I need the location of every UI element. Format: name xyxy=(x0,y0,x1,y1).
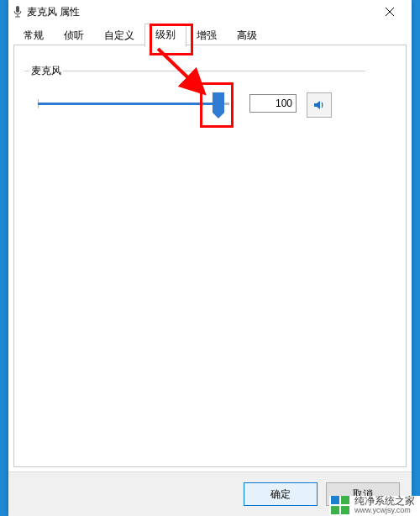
microphone-properties-dialog: 麦克风 属性 常规 侦听 自定义 级别 增强 高级 麦克风 xyxy=(8,0,412,516)
volume-value-input[interactable] xyxy=(249,94,297,113)
ok-button[interactable]: 确定 xyxy=(244,482,318,506)
watermark-url: www.ycwjsy.com xyxy=(354,506,415,514)
watermark-logo-icon xyxy=(331,496,349,514)
microphone-volume-group: 麦克风 xyxy=(24,71,365,129)
microphone-icon xyxy=(13,6,22,18)
svg-rect-0 xyxy=(16,6,19,13)
tab-underline xyxy=(13,45,407,45)
levels-panel: 麦克风 xyxy=(13,45,407,467)
watermark: 纯净系统之家 www.ycwjsy.com xyxy=(329,496,420,516)
close-icon xyxy=(385,7,395,17)
slider-thumb[interactable] xyxy=(213,92,224,113)
volume-slider-row xyxy=(24,82,365,129)
dialog-title: 麦克风 属性 xyxy=(27,5,80,19)
speaker-icon xyxy=(312,98,326,112)
tab-levels[interactable]: 级别 xyxy=(144,24,186,47)
slider-fill xyxy=(38,103,221,105)
group-label: 麦克风 xyxy=(29,64,63,78)
close-button[interactable] xyxy=(373,0,407,24)
mute-button[interactable] xyxy=(307,92,332,118)
watermark-title: 纯净系统之家 xyxy=(354,496,415,506)
titlebar: 麦克风 属性 xyxy=(8,0,412,24)
tab-strip: 常规 侦听 自定义 级别 增强 高级 xyxy=(13,24,407,46)
